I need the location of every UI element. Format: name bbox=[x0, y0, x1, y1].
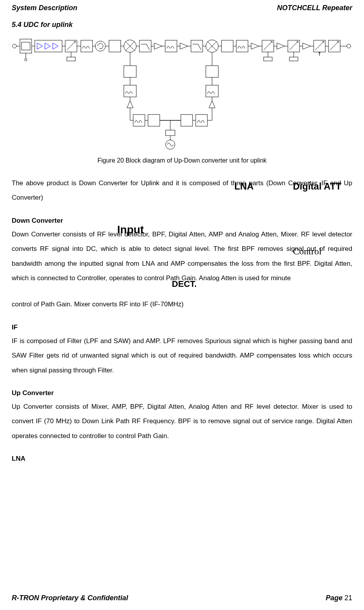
down-converter-body-1: Down Converter consists of RF level dete… bbox=[12, 227, 352, 286]
svg-rect-24 bbox=[236, 40, 248, 52]
up-converter-body: Up Converter consists of Mixer, AMP, BPF… bbox=[12, 399, 352, 443]
up-converter-heading: Up Converter bbox=[12, 389, 352, 397]
page-footer: R-TRON Proprietary & Confidential Page 2… bbox=[12, 594, 352, 602]
svg-rect-48 bbox=[148, 114, 160, 126]
svg-rect-40 bbox=[124, 85, 136, 97]
figure-caption: Figure 20 Block diagram of Up-Down conve… bbox=[12, 157, 352, 164]
down-converter-body-2: control of Path Gain. Mixer converts RF … bbox=[12, 297, 352, 311]
footer-page: Page 21 bbox=[326, 594, 352, 602]
svg-rect-18 bbox=[165, 40, 177, 52]
if-body: IF is composed of Filter (LPF and SAW) a… bbox=[12, 334, 352, 377]
svg-point-2 bbox=[347, 44, 351, 48]
page-header: System Description NOTCHCELL Repeater bbox=[12, 0, 352, 12]
footer-left: R-TRON Proprietary & Confidential bbox=[12, 594, 128, 602]
svg-rect-50 bbox=[196, 114, 207, 126]
svg-rect-11 bbox=[81, 40, 93, 52]
block-diagram bbox=[12, 34, 352, 152]
svg-rect-23 bbox=[221, 40, 233, 52]
svg-rect-36 bbox=[124, 66, 136, 77]
lna-heading: LNA bbox=[12, 455, 352, 463]
svg-rect-47 bbox=[133, 114, 145, 126]
svg-point-6 bbox=[25, 59, 27, 61]
section-title: 5.4 UDC for uplink bbox=[12, 21, 352, 29]
svg-rect-10 bbox=[67, 57, 75, 61]
intro-paragraph: The above product is Down Converter for … bbox=[12, 176, 352, 205]
header-left: System Description bbox=[12, 4, 77, 12]
down-converter-heading: Down Converter bbox=[12, 217, 352, 225]
svg-rect-27 bbox=[264, 57, 272, 61]
svg-rect-30 bbox=[289, 57, 298, 61]
svg-rect-17 bbox=[139, 40, 151, 52]
svg-rect-53 bbox=[166, 130, 175, 136]
svg-rect-49 bbox=[181, 114, 193, 126]
svg-rect-13 bbox=[109, 40, 121, 52]
svg-rect-41 bbox=[206, 85, 218, 97]
svg-rect-19 bbox=[191, 40, 203, 52]
svg-point-1 bbox=[12, 44, 16, 48]
if-heading: IF bbox=[12, 324, 352, 331]
svg-point-12 bbox=[95, 41, 105, 51]
header-right: NOTCHCELL Repeater bbox=[277, 4, 352, 12]
footer-page-number: 21 bbox=[344, 594, 352, 602]
footer-page-label: Page bbox=[326, 594, 344, 602]
svg-rect-37 bbox=[206, 66, 218, 77]
